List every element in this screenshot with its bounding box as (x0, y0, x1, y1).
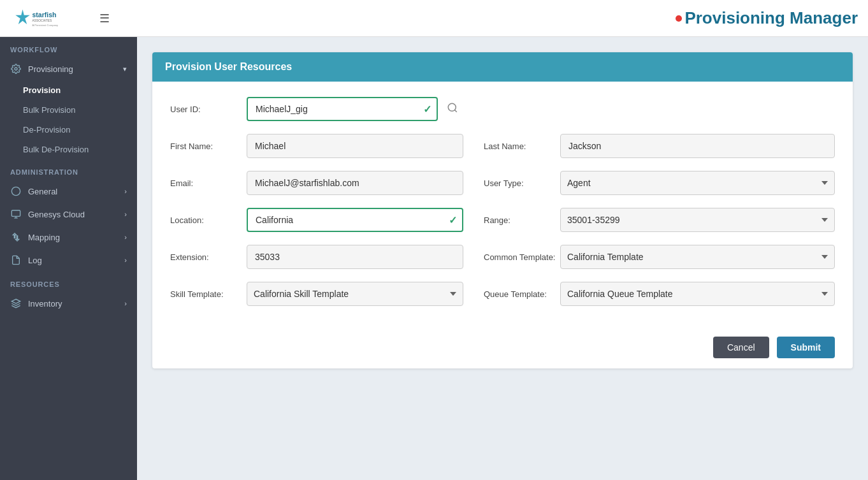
last-name-group: Last Name: (484, 134, 835, 158)
sidebar-item-log[interactable]: Log › (0, 249, 137, 272)
skill-template-label: Skill Template: (170, 289, 247, 299)
userid-left-group: User ID: ✓ (170, 97, 463, 121)
sidebar-item-provisioning[interactable]: Provisioning ▾ (0, 57, 137, 80)
sidebar-section-workflow: WORKFLOW (0, 37, 137, 57)
form-actions: Cancel Submit (152, 326, 853, 368)
svg-text:ASSOCIATES: ASSOCIATES (33, 19, 52, 22)
provision-form-card: Provision User Resources User ID: ✓ (152, 52, 853, 368)
chevron-down-icon: ▾ (123, 65, 127, 73)
user-type-label: User Type: (484, 178, 560, 188)
queue-template-label: Queue Template: (484, 289, 560, 299)
form-row-location-range: Location: ✓ Range: 35001-35299 35300-355… (170, 208, 835, 232)
top-header: starfish ASSOCIATES A Persistent Company… (0, 0, 868, 37)
sidebar-section-administration: ADMINISTRATION (0, 159, 137, 180)
sidebar-item-genesys-cloud[interactable]: Genesys Cloud › (0, 203, 137, 226)
sidebar-item-bulk-provision[interactable]: Bulk Provision (0, 100, 137, 120)
extension-group: Extension: (170, 245, 463, 269)
sidebar-item-mapping[interactable]: Mapping › (0, 226, 137, 249)
common-template-select[interactable]: California Template Nevada Template (560, 245, 835, 269)
common-template-group: Common Template: California Template Nev… (484, 245, 835, 269)
extension-label: Extension: (170, 252, 247, 262)
form-body: User ID: ✓ (152, 82, 853, 326)
cloud-icon (10, 208, 22, 220)
hamburger-menu[interactable]: ☰ (99, 11, 110, 25)
sidebar: WORKFLOW Provisioning ▾ Provision Bulk P… (0, 37, 137, 480)
first-name-input[interactable] (247, 134, 463, 158)
last-name-input[interactable] (560, 134, 835, 158)
chevron-right-icon3: › (124, 233, 127, 241)
sidebar-item-general-label: General (28, 187, 57, 196)
form-row-userid: User ID: ✓ (170, 97, 835, 121)
submit-button[interactable]: Submit (777, 337, 835, 358)
main-content: Provision User Resources User ID: ✓ (137, 37, 868, 480)
log-icon (10, 254, 22, 266)
skill-template-group: Skill Template: California Skill Templat… (170, 282, 463, 306)
svg-point-10 (448, 103, 456, 111)
user-id-input-wrapper: ✓ (247, 97, 438, 121)
svg-marker-0 (15, 9, 30, 24)
extension-input[interactable] (247, 245, 463, 269)
sidebar-item-mapping-label: Mapping (28, 233, 60, 242)
sidebar-item-provision[interactable]: Provision (0, 80, 137, 100)
queue-template-group: Queue Template: California Queue Templat… (484, 282, 835, 306)
gear-icon (10, 63, 22, 75)
email-input[interactable] (247, 171, 463, 195)
chevron-right-icon: › (124, 187, 127, 195)
chevron-right-icon2: › (124, 210, 127, 218)
range-select[interactable]: 35001-35299 35300-35599 (560, 208, 835, 232)
sidebar-section-resources: RESOURCES (0, 272, 137, 292)
chevron-right-icon4: › (124, 256, 127, 264)
svg-marker-9 (11, 299, 20, 303)
first-name-group: First Name: (170, 134, 463, 158)
form-row-skill-queue: Skill Template: California Skill Templat… (170, 282, 835, 306)
user-id-input[interactable] (247, 97, 438, 121)
sidebar-item-genesys-label: Genesys Cloud (28, 210, 85, 219)
form-row-name: First Name: Last Name: (170, 134, 835, 158)
user-type-group: User Type: Agent Supervisor Admin (484, 171, 835, 195)
svg-text:A Persistent Company: A Persistent Company (33, 24, 59, 27)
form-row-email-usertype: Email: User Type: Agent Supervisor Admin (170, 171, 835, 195)
last-name-label: Last Name: (484, 142, 560, 151)
sidebar-item-provisioning-label: Provisioning (28, 64, 73, 74)
svg-line-11 (454, 110, 456, 112)
common-template-label: Common Template: (484, 252, 560, 262)
location-input-wrapper: ✓ (247, 208, 463, 232)
queue-template-select[interactable]: California Queue Template Nevada Queue T… (560, 282, 835, 306)
email-group: Email: (170, 171, 463, 195)
app-title: Provisioning Manager (684, 8, 858, 28)
form-card-header: Provision User Resources (152, 52, 853, 82)
svg-rect-6 (11, 210, 20, 216)
status-dot (676, 15, 682, 22)
location-input[interactable] (247, 208, 463, 232)
user-id-label: User ID: (170, 105, 247, 114)
chevron-right-icon5: › (124, 300, 127, 307)
user-type-select[interactable]: Agent Supervisor Admin (560, 171, 835, 195)
user-id-check-icon: ✓ (423, 103, 431, 115)
svg-point-5 (11, 187, 20, 195)
cancel-button[interactable]: Cancel (713, 337, 769, 358)
mapping-icon (10, 231, 22, 243)
general-icon (10, 185, 22, 197)
sidebar-item-inventory[interactable]: Inventory › (0, 292, 137, 315)
sidebar-item-bulk-de-provision[interactable]: Bulk De-Provision (0, 140, 137, 159)
location-label: Location: (170, 215, 247, 225)
user-id-search-button[interactable] (442, 99, 463, 119)
location-group: Location: ✓ (170, 208, 463, 232)
logo-area: starfish ASSOCIATES A Persistent Company… (10, 6, 110, 31)
svg-point-4 (15, 68, 17, 70)
inventory-icon (10, 298, 22, 309)
first-name-label: First Name: (170, 142, 247, 151)
form-row-ext-template: Extension: Common Template: California T… (170, 245, 835, 269)
range-label: Range: (484, 215, 560, 225)
email-label: Email: (170, 178, 247, 188)
logo: starfish ASSOCIATES A Persistent Company (10, 6, 87, 31)
sidebar-item-general[interactable]: General › (0, 180, 137, 203)
location-check-icon: ✓ (449, 214, 457, 226)
sidebar-item-inventory-label: Inventory (28, 299, 62, 309)
header-title-area: Provisioning Manager (676, 8, 858, 28)
form-title: Provision User Resources (165, 61, 292, 72)
skill-template-select[interactable]: California Skill Template Nevada Skill T… (247, 282, 463, 306)
sidebar-item-log-label: Log (28, 256, 42, 265)
range-group: Range: 35001-35299 35300-35599 (484, 208, 835, 232)
sidebar-item-de-provision[interactable]: De-Provision (0, 120, 137, 140)
